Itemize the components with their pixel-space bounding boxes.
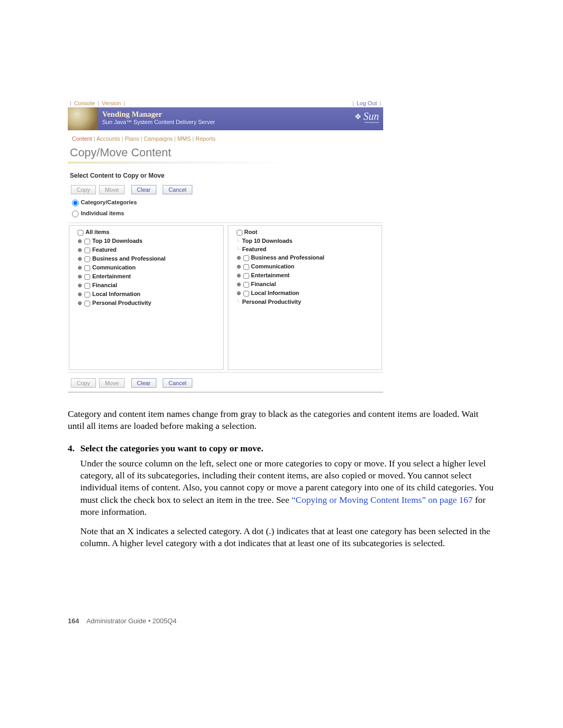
tree-item[interactable]: ⊕ Entertainment xyxy=(230,271,380,280)
toolbar-top: Copy Move Clear Cancel xyxy=(68,184,383,198)
tree-item[interactable]: ⊕ Top 10 Downloads xyxy=(71,237,221,245)
sun-logo-icon: ❖ xyxy=(354,113,361,121)
copy-button[interactable]: Copy xyxy=(71,185,96,194)
expand-icon[interactable]: ⊕ xyxy=(77,281,83,290)
tree-item-label: Local Information xyxy=(92,291,140,297)
footer-label: Administrator Guide • 2005Q4 xyxy=(87,617,177,625)
tree-checkbox[interactable] xyxy=(237,230,242,236)
expand-icon[interactable]: ⊕ xyxy=(77,255,83,263)
move-button-bottom[interactable]: Move xyxy=(99,378,125,388)
tree-item[interactable]: ⊕ Financial xyxy=(71,281,221,290)
tree-checkbox[interactable] xyxy=(243,255,249,261)
tree-checkbox[interactable] xyxy=(243,273,249,279)
copy-button-bottom[interactable]: Copy xyxy=(71,378,96,388)
clear-button-bottom[interactable]: Clear xyxy=(131,378,156,388)
radio-categories[interactable]: Category/Categories xyxy=(72,199,137,205)
expand-icon[interactable]: ⊕ xyxy=(236,289,242,298)
tree-item-label: Personal Productivity xyxy=(242,299,301,305)
nav-console[interactable]: Console xyxy=(74,100,95,106)
nav-logout[interactable]: Log Out xyxy=(357,100,377,106)
app-title: Vending Manager xyxy=(102,110,383,119)
tree-item[interactable]: ⊕ Personal Productivity xyxy=(71,299,221,307)
move-button[interactable]: Move xyxy=(99,185,125,194)
page-number: 164 xyxy=(68,617,79,625)
tree-item[interactable]: └ Featured xyxy=(230,245,380,253)
tree-item[interactable]: ⊕ Communication xyxy=(230,262,380,271)
tree-item-label: Financial xyxy=(251,281,276,287)
banner: Vending Manager Sun Java™ System Content… xyxy=(68,107,383,130)
nav-version[interactable]: Version xyxy=(102,100,121,106)
tree-line-icon: └ xyxy=(236,237,241,245)
tree-item-label: Featured xyxy=(92,246,116,253)
tab-campaigns[interactable]: Campaigns xyxy=(144,135,173,142)
tree-item-label: Top 10 Downloads xyxy=(92,238,142,244)
tree-item[interactable]: ⊕ Featured xyxy=(71,245,221,254)
banner-image xyxy=(68,107,98,130)
toolbar-bottom: Copy Move Clear Cancel xyxy=(68,375,383,392)
expand-icon[interactable]: ⊕ xyxy=(77,273,83,281)
tree-checkbox[interactable] xyxy=(84,248,90,253)
paragraph-intro: Category and content item names change f… xyxy=(68,408,495,432)
expand-icon[interactable]: ⊕ xyxy=(236,280,242,289)
expand-icon[interactable]: ⊕ xyxy=(77,299,83,307)
tree-checkbox[interactable] xyxy=(243,291,249,297)
tree-item[interactable]: ⊕ Business and Professional xyxy=(230,253,380,262)
tree-checkbox[interactable] xyxy=(84,274,90,280)
tree-item[interactable]: ⊕ Local Information xyxy=(71,290,221,299)
tree-item-label: Business and Professional xyxy=(251,254,325,261)
source-tree[interactable]: ─All items⊕ Top 10 Downloads⊕ Featured⊕ … xyxy=(69,225,224,370)
tree-item[interactable]: ⊕ Entertainment xyxy=(71,272,221,281)
tree-root-label: All items xyxy=(85,229,109,235)
tree-item-label: Top 10 Downloads xyxy=(242,238,292,244)
tree-checkbox[interactable] xyxy=(84,283,90,289)
clear-button[interactable]: Clear xyxy=(131,185,156,194)
expand-icon[interactable]: ⊕ xyxy=(77,246,83,254)
tree-item[interactable]: └ Top 10 Downloads xyxy=(230,237,380,245)
tab-accounts[interactable]: Accounts xyxy=(96,135,120,142)
tree-checkbox[interactable] xyxy=(84,256,90,262)
tree-checkbox[interactable] xyxy=(84,265,90,271)
tree-checkbox[interactable] xyxy=(84,301,90,306)
tree-item-label: Entertainment xyxy=(92,273,131,279)
tree-item[interactable]: ⊕ Communication xyxy=(71,263,221,272)
tree-item[interactable]: ⊕ Financial xyxy=(230,280,380,289)
tree-item-label: Personal Productivity xyxy=(92,300,151,306)
step-4-body-1: Under the source column on the left, sel… xyxy=(80,458,495,517)
cross-reference-link[interactable]: “Copying or Moving Content Items” on pag… xyxy=(291,495,473,505)
tree-item-label: Communication xyxy=(251,263,295,269)
destination-tree[interactable]: ─Root└ Top 10 Downloads└ Featured⊕ Busin… xyxy=(228,225,383,370)
expand-icon[interactable]: ⊕ xyxy=(236,254,242,262)
sun-logo: ❖Sun microsystems xyxy=(354,110,379,124)
tree-item-label: Local Information xyxy=(251,290,299,296)
tab-plans[interactable]: Plans xyxy=(125,135,139,142)
tree-item[interactable]: ⊕ Local Information xyxy=(230,289,380,298)
radio-individual-items[interactable]: Individual items xyxy=(72,210,124,216)
expand-icon[interactable]: ⊕ xyxy=(77,264,83,272)
expand-icon[interactable]: ⊕ xyxy=(77,237,83,245)
tree-checkbox[interactable] xyxy=(84,292,90,298)
section-heading: Select Content to Copy or Move xyxy=(68,169,383,184)
expand-icon[interactable]: ⊕ xyxy=(236,272,242,280)
tree-item-label: Entertainment xyxy=(251,272,290,278)
page-title: Copy/Move Content xyxy=(68,145,383,162)
tree-line-icon: └ xyxy=(236,298,241,306)
tab-content[interactable]: Content xyxy=(72,135,92,142)
tree-item[interactable]: └ Personal Productivity xyxy=(230,298,380,306)
global-nav: | Console | Version | | Log Out | xyxy=(68,99,383,107)
tree-item[interactable]: ⊕ Business and Professional xyxy=(71,254,221,263)
tab-reports[interactable]: Reports xyxy=(195,135,216,142)
step-4-body-2: Note that an X indicates a selected cate… xyxy=(80,525,495,549)
tree-checkbox[interactable] xyxy=(84,239,90,244)
app-subtitle: Sun Java™ System Content Delivery Server xyxy=(102,119,383,125)
tree-checkbox[interactable] xyxy=(243,264,249,270)
expand-icon[interactable]: ⊕ xyxy=(236,263,242,271)
expand-icon[interactable]: ⊕ xyxy=(77,290,83,299)
cancel-button[interactable]: Cancel xyxy=(163,185,192,194)
tree-item-label: Business and Professional xyxy=(92,255,166,262)
vending-manager-screenshot: | Console | Version | | Log Out | Vendin… xyxy=(68,99,383,392)
tree-checkbox[interactable] xyxy=(243,282,249,288)
tree-checkbox[interactable] xyxy=(78,230,83,236)
tab-mms[interactable]: MMS xyxy=(177,135,191,142)
cancel-button-bottom[interactable]: Cancel xyxy=(163,378,192,388)
step-4-heading: 4.Select the categories you want to copy… xyxy=(68,442,495,454)
